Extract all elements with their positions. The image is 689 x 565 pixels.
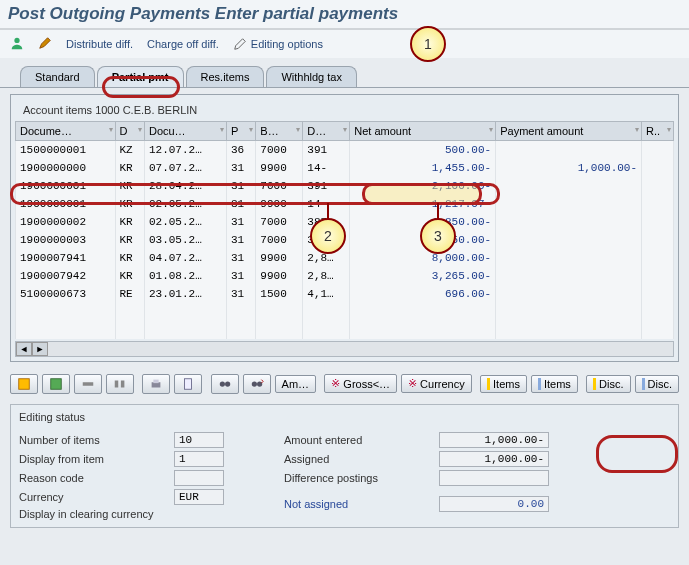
btn-doc[interactable] xyxy=(174,374,202,394)
tab-partial-pmt[interactable]: Partial pmt xyxy=(97,66,184,87)
svg-point-10 xyxy=(225,381,230,386)
svg-rect-3 xyxy=(83,382,94,386)
cell-docnum: 5100000673 xyxy=(16,285,116,303)
svg-rect-5 xyxy=(121,380,125,387)
cell-docnum: 1900007942 xyxy=(16,267,116,285)
reason-value[interactable] xyxy=(174,470,224,486)
btn-sel3[interactable] xyxy=(74,374,102,394)
cell-pay[interactable] xyxy=(496,285,642,303)
callout-1: 1 xyxy=(410,26,446,62)
cell-r xyxy=(642,213,674,231)
cell-pay[interactable] xyxy=(496,213,642,231)
cell-docdate: 07.07.2… xyxy=(144,159,226,177)
col-dd[interactable]: D… xyxy=(303,122,350,141)
person-icon[interactable] xyxy=(10,36,24,52)
cell-docnum: 1900000003 xyxy=(16,231,116,249)
btn-sel2[interactable] xyxy=(42,374,70,394)
notassigned-value xyxy=(439,496,549,512)
table-row[interactable]: 1900000000KR07.07.2…31990014-1,455.00-1,… xyxy=(16,159,674,177)
table-row[interactable]: 1900000001KR02.05.2…31990014-1,217.07- xyxy=(16,195,674,213)
cell-d: KR xyxy=(115,267,144,285)
col-p[interactable]: P xyxy=(226,122,255,141)
tab-standard[interactable]: Standard xyxy=(20,66,95,87)
tab-withhldg-tax[interactable]: Withhldg tax xyxy=(266,66,357,87)
cell-p: 31 xyxy=(226,249,255,267)
dispfrom-value[interactable] xyxy=(174,451,224,467)
cell-net: 3,265.00- xyxy=(350,267,496,285)
cell-pay[interactable] xyxy=(496,249,642,267)
cell-p: 31 xyxy=(226,195,255,213)
cell-pay[interactable]: 1,000.00- xyxy=(496,159,642,177)
chargeoff-diff-link[interactable]: Charge off diff. xyxy=(147,38,219,50)
cell-pay[interactable] xyxy=(496,177,642,195)
cell-pay[interactable] xyxy=(496,141,642,159)
btn-currency[interactable]: ※Currency xyxy=(401,374,472,393)
btn-disc-off[interactable]: Disc. xyxy=(635,375,679,393)
scroll-left-icon[interactable]: ◄ xyxy=(16,342,32,356)
grid-panel: Account items 1000 C.E.B. BERLIN Docume…… xyxy=(10,94,679,362)
svg-rect-2 xyxy=(51,378,62,389)
col-d[interactable]: D xyxy=(115,122,144,141)
btn-findnext[interactable] xyxy=(243,374,271,394)
btn-gross[interactable]: ※Gross<… xyxy=(324,374,397,393)
col-b[interactable]: B… xyxy=(256,122,303,141)
cell-d: RE xyxy=(115,285,144,303)
h-scrollbar[interactable]: ◄ ► xyxy=(15,341,674,357)
table-row[interactable]: 5100000673RE23.01.2…3115004,1…696.00- xyxy=(16,285,674,303)
cell-pay[interactable] xyxy=(496,267,642,285)
cell-d: KR xyxy=(115,213,144,231)
cell-d: KR xyxy=(115,195,144,213)
table-row[interactable]: 1900007942KR01.08.2…3199002,8…3,265.00- xyxy=(16,267,674,285)
btn-find[interactable] xyxy=(211,374,239,394)
cell-pay[interactable] xyxy=(496,195,642,213)
col-pay[interactable]: Payment amount xyxy=(496,122,642,141)
col-docdate[interactable]: Docu… xyxy=(144,122,226,141)
cell-b: 9900 xyxy=(256,195,303,213)
tab-res-items[interactable]: Res.items xyxy=(186,66,265,87)
distribute-diff-link[interactable]: Distribute diff. xyxy=(66,38,133,50)
cell-b: 7000 xyxy=(256,231,303,249)
cell-p: 31 xyxy=(226,231,255,249)
btn-print[interactable] xyxy=(142,374,170,394)
btn-sel4[interactable] xyxy=(106,374,134,394)
button-bar: Am… ※Gross<… ※Currency Items Items Disc.… xyxy=(0,368,689,400)
cell-r xyxy=(642,195,674,213)
cell-net: 1,217.07- xyxy=(350,195,496,213)
cell-docdate: 04.07.2… xyxy=(144,249,226,267)
svg-rect-4 xyxy=(115,380,119,387)
cell-net: 1,455.00- xyxy=(350,159,496,177)
col-net[interactable]: Net amount xyxy=(350,122,496,141)
col-r[interactable]: R.. xyxy=(642,122,674,141)
table-row[interactable]: 1900000001KR28.04.2…3170003912,100.00- xyxy=(16,177,674,195)
callout2-line xyxy=(327,203,329,219)
svg-point-12 xyxy=(257,381,262,386)
table-row[interactable]: 1900000002KR02.05.2…3170003871,850.00- xyxy=(16,213,674,231)
callout-3: 3 xyxy=(420,218,456,254)
cell-docdate: 03.05.2… xyxy=(144,231,226,249)
diff-label: Difference postings xyxy=(284,472,439,484)
svg-point-11 xyxy=(251,381,256,386)
cell-pay[interactable] xyxy=(496,231,642,249)
table-row[interactable]: 1500000001KZ12.07.2…367000391500.00- xyxy=(16,141,674,159)
btn-sel1[interactable] xyxy=(10,374,38,394)
cell-r xyxy=(642,249,674,267)
btn-amount[interactable]: Am… xyxy=(275,375,317,393)
currency-value xyxy=(174,489,224,505)
cell-d: KZ xyxy=(115,141,144,159)
table-row[interactable]: 1900007941KR04.07.2…3199002,8…8,000.00- xyxy=(16,249,674,267)
editing-options-link[interactable]: Editing options xyxy=(233,37,323,51)
cell-d: KR xyxy=(115,159,144,177)
notassigned-label[interactable]: Not assigned xyxy=(284,498,439,510)
cell-docnum: 1500000001 xyxy=(16,141,116,159)
btn-items-off[interactable]: Items xyxy=(531,375,578,393)
cell-r xyxy=(642,177,674,195)
svg-point-9 xyxy=(219,381,224,386)
cell-docdate: 12.07.2… xyxy=(144,141,226,159)
btn-items-on[interactable]: Items xyxy=(480,375,527,393)
edit-icon[interactable] xyxy=(38,36,52,52)
scroll-right-icon[interactable]: ► xyxy=(32,342,48,356)
cell-b: 9900 xyxy=(256,159,303,177)
col-docnum[interactable]: Docume… xyxy=(16,122,116,141)
page-title: Post Outgoing Payments Enter partial pay… xyxy=(0,0,689,30)
btn-disc-on[interactable]: Disc. xyxy=(586,375,630,393)
